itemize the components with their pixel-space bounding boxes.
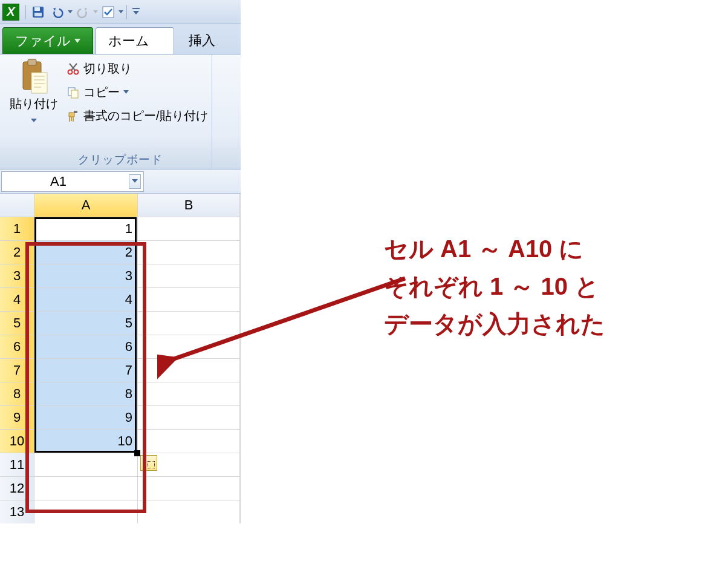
cut-button[interactable]: 切り取り	[67, 61, 208, 77]
tab-home[interactable]: ホーム	[96, 27, 174, 54]
row-header-8[interactable]: 8	[0, 382, 34, 405]
svg-point-9	[74, 70, 79, 74]
cell-A9[interactable]: 9	[34, 406, 137, 429]
paste-dropdown[interactable]	[31, 114, 37, 125]
cell-A13[interactable]	[34, 500, 137, 523]
undo-dropdown[interactable]	[67, 10, 73, 14]
cell-A1[interactable]: 1	[34, 217, 137, 240]
clipboard-icon	[19, 58, 48, 94]
scissors-icon	[67, 62, 80, 76]
name-box-dropdown[interactable]	[129, 174, 141, 189]
format-painter-button[interactable]: 書式のコピー/貼り付け	[67, 108, 208, 124]
cell-A6[interactable]: 6	[34, 335, 137, 358]
row-header-6[interactable]: 6	[0, 335, 34, 358]
qat-customize[interactable]	[131, 4, 141, 21]
svg-rect-7	[31, 73, 47, 93]
tab-file[interactable]: ファイル	[2, 27, 93, 54]
cell-A10[interactable]: 10	[34, 430, 137, 453]
check-dropdown[interactable]	[118, 10, 124, 14]
tab-home-label: ホーム	[108, 32, 149, 50]
tab-insert[interactable]: 挿入	[177, 27, 227, 54]
cell-A3[interactable]: 3	[34, 264, 137, 287]
cell-B4[interactable]	[138, 288, 239, 311]
copy-icon	[67, 86, 80, 99]
row-header-4[interactable]: 4	[0, 288, 34, 311]
check-button[interactable]	[100, 4, 117, 21]
row-header-2[interactable]: 2	[0, 241, 34, 264]
copy-button[interactable]: コピー	[67, 84, 208, 100]
ribbon-tabs: ファイル ホーム 挿入	[0, 24, 241, 54]
copy-label: コピー	[83, 84, 120, 100]
select-all-corner[interactable]	[0, 194, 34, 217]
cell-B7[interactable]	[138, 359, 239, 382]
tab-insert-label: 挿入	[189, 31, 215, 50]
row-header-7[interactable]: 7	[0, 359, 34, 382]
cell-B10[interactable]	[138, 430, 239, 453]
svg-rect-1	[34, 7, 40, 11]
cell-A12[interactable]	[34, 477, 137, 500]
annotation-line-1: セル A1 ～ A10 に	[384, 230, 605, 267]
cell-B12[interactable]	[138, 477, 239, 500]
cell-B9[interactable]	[138, 406, 239, 429]
cell-B2[interactable]	[138, 241, 239, 264]
row-header-3[interactable]: 3	[0, 264, 34, 287]
spreadsheet-grid[interactable]: A B 1 1 2 2 3 3 4 4 5 5 6 6 7 7 8 8 9 9 …	[0, 194, 241, 523]
cell-B8[interactable]	[138, 382, 239, 405]
cell-A2[interactable]: 2	[34, 241, 137, 264]
name-box[interactable]: A1	[1, 171, 144, 192]
annotation-line-3: データが入力された	[384, 305, 605, 343]
cell-A4[interactable]: 4	[34, 288, 137, 311]
cell-B5[interactable]	[138, 312, 239, 335]
col-header-A[interactable]: A	[34, 194, 137, 217]
annotation-text: セル A1 ～ A10 に それぞれ 1 ～ 10 と データが入力された	[384, 230, 605, 343]
col-header-B[interactable]: B	[138, 194, 239, 217]
svg-rect-4	[132, 8, 140, 9]
paintbrush-icon	[67, 110, 80, 123]
redo-dropdown[interactable]	[93, 10, 99, 14]
paste-label: 貼り付け	[10, 96, 58, 112]
cell-A5[interactable]: 5	[34, 312, 137, 335]
row-header-5[interactable]: 5	[0, 312, 34, 335]
svg-point-8	[68, 70, 73, 74]
svg-rect-12	[74, 111, 77, 113]
row-header-9[interactable]: 9	[0, 406, 34, 429]
cell-B1[interactable]	[138, 217, 239, 240]
formula-bar-row: A1	[0, 169, 241, 194]
cell-B6[interactable]	[138, 335, 239, 358]
qat-separator	[25, 5, 26, 19]
row-header-12[interactable]: 12	[0, 477, 34, 500]
cell-B13[interactable]	[138, 500, 239, 523]
row-header-10[interactable]: 10	[0, 430, 34, 453]
cell-A8[interactable]: 8	[34, 382, 137, 405]
cell-B3[interactable]	[138, 264, 239, 287]
excel-window: X ファイル ホーム 挿入 貼り付け	[0, 0, 241, 564]
format-painter-label: 書式のコピー/貼り付け	[83, 108, 208, 124]
qat-separator-2	[126, 5, 127, 19]
svg-rect-11	[71, 90, 78, 98]
excel-app-icon[interactable]: X	[2, 4, 19, 21]
annotation-line-2: それぞれ 1 ～ 10 と	[384, 267, 605, 305]
row-header-13[interactable]: 13	[0, 500, 34, 523]
save-button[interactable]	[30, 4, 47, 21]
quick-access-toolbar: X	[0, 0, 241, 24]
row-header-1[interactable]: 1	[0, 217, 34, 240]
redo-button[interactable]	[74, 4, 91, 21]
tab-file-label: ファイル	[15, 32, 71, 50]
svg-rect-2	[34, 13, 42, 16]
undo-button[interactable]	[49, 4, 66, 21]
cut-label: 切り取り	[83, 61, 132, 77]
svg-rect-6	[28, 59, 36, 65]
cell-B11[interactable]	[138, 453, 239, 476]
clipboard-group-label: クリップボード	[0, 151, 241, 171]
formula-bar[interactable]	[144, 171, 241, 192]
chevron-down-icon	[123, 90, 129, 94]
cell-A7[interactable]: 7	[34, 359, 137, 382]
name-box-value: A1	[50, 174, 67, 189]
cell-A11[interactable]	[34, 453, 137, 476]
row-header-11[interactable]: 11	[0, 453, 34, 476]
